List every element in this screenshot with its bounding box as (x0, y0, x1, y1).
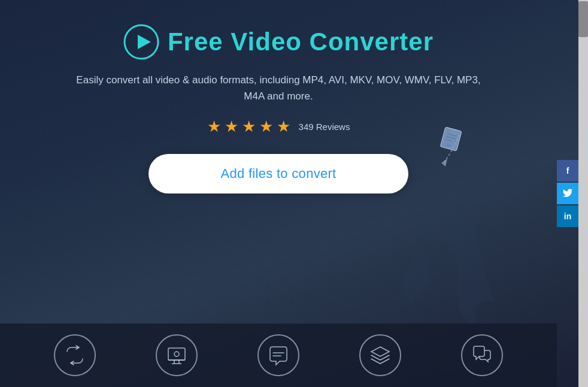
svg-point-14 (174, 352, 179, 356)
star-1: ★ (207, 117, 221, 136)
scrollbar[interactable] (578, 0, 588, 387)
app-subtitle: Easily convert all video & audio formats… (69, 72, 488, 104)
twitter-button[interactable] (557, 183, 578, 204)
settings-icon (166, 344, 187, 366)
add-files-button[interactable]: Add files to convert (148, 154, 408, 194)
caption-icon-button[interactable] (257, 334, 299, 376)
main-content: Free Video Converter Easily convert all … (0, 0, 557, 223)
linkedin-icon: in (564, 211, 571, 221)
settings-icon-button[interactable] (156, 334, 198, 376)
linkedin-button[interactable]: in (557, 205, 578, 227)
layers-icon (369, 344, 391, 366)
bottom-icons-bar (0, 323, 557, 387)
star-2: ★ (225, 117, 238, 136)
chat-icon (471, 344, 493, 366)
chat-icon-button[interactable] (461, 334, 503, 376)
convert-icon-button[interactable] (54, 334, 96, 376)
twitter-icon (562, 188, 573, 200)
reviews-count: 349 Reviews (299, 122, 350, 132)
svg-marker-8 (138, 35, 151, 49)
svg-rect-9 (168, 348, 185, 360)
svg-marker-17 (371, 347, 389, 356)
svg-rect-2 (440, 127, 462, 151)
caption-icon (268, 344, 289, 366)
star-3: ★ (242, 117, 256, 136)
scrollbar-thumb[interactable] (578, 1, 588, 37)
layers-icon-button[interactable] (359, 334, 401, 376)
convert-icon (64, 344, 86, 366)
facebook-icon: f (566, 166, 569, 176)
app-logo (123, 24, 159, 60)
social-bar: f in (557, 160, 578, 227)
file-drag-decoration (420, 126, 468, 176)
star-5: ★ (277, 117, 290, 136)
svg-marker-1 (441, 159, 447, 167)
stars-row: ★ ★ ★ ★ ★ 349 Reviews (207, 117, 350, 136)
app-title: Free Video Converter (168, 28, 434, 56)
logo-row: Free Video Converter (123, 24, 434, 60)
facebook-button[interactable]: f (557, 160, 578, 182)
star-4: ★ (259, 117, 273, 136)
